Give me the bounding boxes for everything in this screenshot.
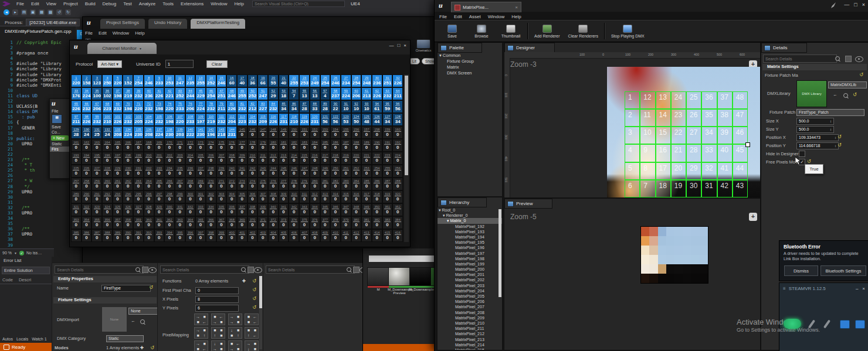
hierarchy-item-matrixpixel_200[interactable]: MatrixPixel_200 bbox=[438, 267, 502, 272]
close-button[interactable]: × bbox=[862, 286, 865, 291]
fixture-patch-dropdown[interactable]: FirstType_Patch bbox=[796, 109, 864, 116]
pixel-mapping-option-6[interactable]: ■■↑■ bbox=[211, 327, 225, 339]
hierarchy-item-matrixpixel_197[interactable]: MatrixPixel_197 bbox=[438, 251, 502, 256]
vr-base-station-icon-1[interactable] bbox=[840, 320, 850, 329]
pf-menu-file[interactable]: File bbox=[85, 30, 93, 36]
save-icon[interactable]: ▦ bbox=[39, 9, 45, 15]
pf-tab-undo-history[interactable]: Undo History bbox=[148, 19, 187, 29]
pixel-cell-36[interactable]: 36 bbox=[701, 91, 717, 109]
pixel-cell-17[interactable]: 17 bbox=[656, 162, 671, 180]
pixel-cell-5[interactable]: 5 bbox=[625, 162, 640, 180]
pixel-cell-20[interactable]: 20 bbox=[671, 162, 686, 180]
universe-id-input[interactable] bbox=[165, 60, 194, 68]
maximize-button[interactable]: □ bbox=[397, 43, 400, 48]
pixel-cell-9[interactable]: 9 bbox=[640, 144, 655, 162]
reset-icon[interactable]: ↺ bbox=[252, 278, 256, 284]
pixel-cell-13[interactable]: 13 bbox=[656, 91, 671, 109]
mx-menu-help[interactable]: Help bbox=[511, 14, 521, 19]
vs-search-input[interactable] bbox=[252, 1, 345, 7]
hierarchy-item-matrixpixel_192[interactable]: MatrixPixel_192 bbox=[438, 224, 502, 229]
pixel-cell-37[interactable]: 37 bbox=[717, 91, 733, 109]
hierarchy-item-matrixpixel_211[interactable]: MatrixPixel_211 bbox=[438, 326, 502, 331]
redo-icon[interactable]: ↻ bbox=[65, 9, 71, 15]
pixel-cell-3[interactable]: 3 bbox=[625, 127, 640, 144]
content-browser-path-bar[interactable] bbox=[369, 255, 436, 262]
close-tab-icon[interactable]: × bbox=[515, 5, 518, 10]
mx-menu-edit[interactable]: Edit bbox=[454, 14, 462, 19]
pixel-cell-16[interactable]: 16 bbox=[656, 144, 671, 162]
hierarchy-item-matrixpixel_203[interactable]: MatrixPixel_203 bbox=[438, 283, 502, 288]
position-y-input[interactable]: 114.666718↕ bbox=[796, 142, 839, 149]
vr-headset-status-icon[interactable] bbox=[784, 319, 801, 329]
minimize-button[interactable]: – bbox=[856, 286, 858, 291]
pixel-mapping-option-10[interactable]: ↓■→■ bbox=[211, 340, 225, 351]
pixel-cell-34[interactable]: 34 bbox=[701, 127, 717, 144]
hierarchy-item-renderer0[interactable]: ▾ Renderer_0 bbox=[438, 213, 502, 218]
display-filter-icon[interactable] bbox=[142, 267, 148, 273]
matrix-asset-tab[interactable]: MatrixPixe... × bbox=[451, 2, 521, 12]
hierarchy-item-matrixpixel_201[interactable]: MatrixPixel_201 bbox=[438, 272, 502, 277]
mx-menu-file[interactable]: File bbox=[439, 14, 447, 19]
hierarchy-item-matrixpixel_194[interactable]: MatrixPixel_194 bbox=[438, 234, 502, 240]
pixel-cell-21[interactable]: 21 bbox=[671, 144, 686, 162]
matrix-settings-header[interactable]: Matrix Settings bbox=[762, 64, 867, 70]
hierarchy-item-matrixpixel_204[interactable]: MatrixPixel_204 bbox=[438, 288, 502, 294]
vs-menu-extensions[interactable]: Extensions bbox=[177, 1, 207, 6]
name-input[interactable]: FirstType bbox=[101, 285, 151, 292]
menu-icon[interactable]: ≡ bbox=[783, 286, 786, 291]
entity-properties-header[interactable]: Entity Properties bbox=[53, 276, 157, 282]
close-button[interactable]: × bbox=[862, 2, 865, 8]
clear-button[interactable]: Clear bbox=[206, 60, 228, 68]
panel-scrollbar[interactable] bbox=[259, 276, 262, 349]
minimize-button[interactable]: — bbox=[389, 43, 394, 48]
navigate-forward-icon[interactable]: ▸ bbox=[12, 9, 18, 15]
pixel-cell-33[interactable]: 33 bbox=[701, 144, 717, 162]
navigate-back-icon[interactable]: ◂ bbox=[4, 9, 9, 15]
toolbar-browse-button[interactable]: Browse bbox=[469, 22, 494, 40]
pixel-mapping-option-7[interactable]: ↓■■↑ bbox=[228, 327, 242, 339]
pixel-cell-47[interactable]: 47 bbox=[733, 109, 748, 127]
pixel-cell-44[interactable]: 44 bbox=[733, 162, 748, 180]
hierarchy-item-matrixpixel_202[interactable]: MatrixPixel_202 bbox=[438, 277, 502, 282]
search-details-input[interactable] bbox=[160, 265, 249, 274]
toolbar-stop-playing-dmx-button[interactable]: Stop Playing DMX bbox=[609, 22, 647, 40]
hierarchy-item-matrixpixel_193[interactable]: MatrixPixel_193 bbox=[438, 229, 502, 234]
asset-tile-m[interactable]: M bbox=[367, 267, 390, 291]
modes-label[interactable]: Modes bbox=[55, 345, 69, 350]
vr-base-station-icon-2[interactable] bbox=[855, 320, 865, 329]
pixel-cell-1[interactable]: 1 bbox=[625, 91, 640, 109]
pixel-cell-12[interactable]: 12 bbox=[640, 91, 655, 109]
pixel-cell-42[interactable]: 42 bbox=[717, 180, 733, 197]
hierarchy-item-matrixpixel_209[interactable]: MatrixPixel_209 bbox=[438, 315, 502, 321]
pixel-mapping-option-11[interactable]: ■←→■ bbox=[228, 340, 242, 351]
use-selected-icon[interactable]: ← bbox=[131, 318, 135, 323]
reset-icon[interactable]: ↺ bbox=[252, 296, 256, 301]
hierarchy-item-matrixpixel_198[interactable]: MatrixPixel_198 bbox=[438, 256, 502, 261]
reset-icon[interactable]: ↺ bbox=[252, 305, 256, 310]
search-details-input[interactable] bbox=[55, 265, 144, 274]
dismiss-button[interactable]: Dismiss bbox=[784, 265, 818, 276]
pixel-cell-19[interactable]: 19 bbox=[671, 180, 686, 197]
pixel-cell-31[interactable]: 31 bbox=[701, 180, 717, 197]
vs-menu-help[interactable]: Help bbox=[231, 1, 247, 6]
search-details-input[interactable] bbox=[763, 54, 837, 63]
y-pixels-input[interactable]: 6 bbox=[195, 305, 239, 312]
reset-icon[interactable]: ↺ bbox=[807, 159, 811, 164]
cinematics-button[interactable]: Cinematics bbox=[411, 39, 436, 52]
eye-icon[interactable] bbox=[254, 267, 262, 273]
toolbar-thumbnail-button[interactable]: Thumbnail bbox=[498, 22, 524, 40]
pf-menu-help[interactable]: Help bbox=[135, 30, 144, 36]
pixel-cell-23[interactable]: 23 bbox=[671, 109, 686, 127]
palette-item-fixture-group[interactable]: Fixture Group bbox=[438, 59, 502, 64]
dmximport-thumbnail[interactable]: None bbox=[101, 306, 127, 332]
hide-in-designer-checkbox[interactable] bbox=[799, 151, 805, 157]
save-all-icon[interactable]: ▩ bbox=[48, 9, 53, 15]
pf-tab-project-settings[interactable]: Project Settings bbox=[100, 19, 145, 29]
details-tab[interactable]: Details bbox=[761, 43, 807, 53]
display-filter-icon[interactable] bbox=[353, 267, 360, 273]
pixel-cell-35[interactable]: 35 bbox=[701, 109, 717, 127]
palette-item-matrix[interactable]: Matrix bbox=[438, 64, 502, 70]
vs-menu-file[interactable]: File bbox=[13, 1, 28, 6]
channel-grid-scrollbar[interactable] bbox=[404, 74, 409, 242]
tab-dmxentityfixturepatch[interactable]: DMXEntityFixturePatch.gen.cpp bbox=[0, 26, 76, 39]
